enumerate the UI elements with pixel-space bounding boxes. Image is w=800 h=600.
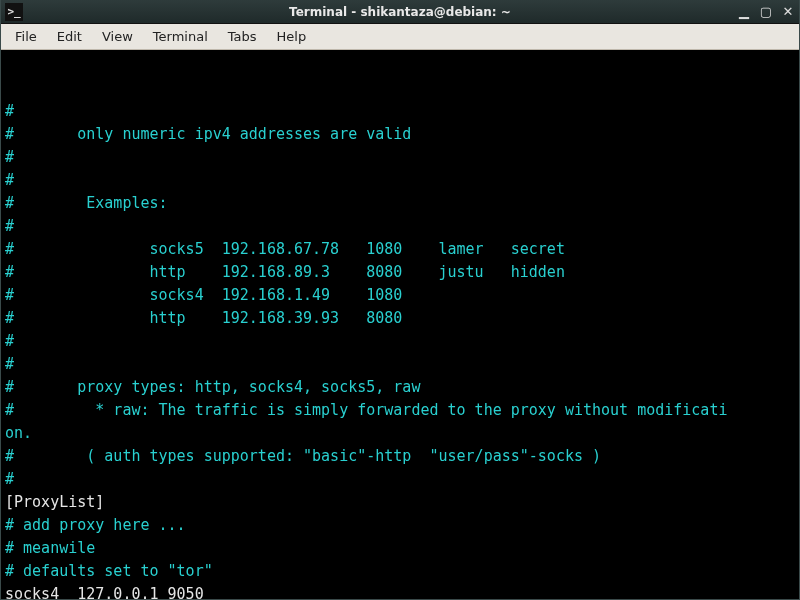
terminal-line: # http 192.168.89.3 8080 justu hidden	[5, 261, 795, 284]
terminal-line: #	[5, 146, 795, 169]
menu-edit[interactable]: Edit	[47, 26, 92, 47]
terminal-line: #	[5, 100, 795, 123]
menu-help[interactable]: Help	[267, 26, 317, 47]
terminal-line: # socks4 192.168.1.49 1080	[5, 284, 795, 307]
terminal-line: # add proxy here ...	[5, 514, 795, 537]
close-icon: ✕	[783, 4, 794, 19]
terminal-line: #	[5, 215, 795, 238]
terminal-line: socks4 127.0.0.1 9050	[5, 583, 795, 599]
terminal-line: # meanwile	[5, 537, 795, 560]
menu-view[interactable]: View	[92, 26, 143, 47]
terminal-line: [ProxyList]	[5, 491, 795, 514]
minimize-button[interactable]: ▁	[733, 2, 755, 22]
terminal-line: # http 192.168.39.93 8080	[5, 307, 795, 330]
terminal-line: # socks5 192.168.67.78 1080 lamer secret	[5, 238, 795, 261]
terminal-line: # * raw: The traffic is simply forwarded…	[5, 399, 795, 422]
window-title: Terminal - shikantaza@debian: ~	[1, 5, 799, 19]
terminal-line: # only numeric ipv4 addresses are valid	[5, 123, 795, 146]
menu-tabs[interactable]: Tabs	[218, 26, 267, 47]
terminal-app-icon: >_	[5, 3, 23, 21]
terminal-line: on.	[5, 422, 795, 445]
maximize-button[interactable]: ▢	[755, 2, 777, 22]
terminal-line: # Examples:	[5, 192, 795, 215]
menubar: File Edit View Terminal Tabs Help	[1, 24, 799, 50]
terminal-line: # proxy types: http, socks4, socks5, raw	[5, 376, 795, 399]
terminal-window: >_ Terminal - shikantaza@debian: ~ ▁ ▢ ✕…	[0, 0, 800, 600]
maximize-icon: ▢	[760, 4, 772, 19]
terminal-line: # ( auth types supported: "basic"-http "…	[5, 445, 795, 468]
terminal-line: #	[5, 353, 795, 376]
minimize-icon: ▁	[739, 4, 749, 19]
menu-terminal[interactable]: Terminal	[143, 26, 218, 47]
terminal-line: #	[5, 330, 795, 353]
terminal-line: #	[5, 468, 795, 491]
terminal-line: # defaults set to "tor"	[5, 560, 795, 583]
terminal-viewport[interactable]: ## only numeric ipv4 addresses are valid…	[1, 50, 799, 599]
terminal-content: ## only numeric ipv4 addresses are valid…	[5, 100, 795, 599]
titlebar[interactable]: >_ Terminal - shikantaza@debian: ~ ▁ ▢ ✕	[1, 0, 799, 24]
close-button[interactable]: ✕	[777, 2, 799, 22]
window-controls: ▁ ▢ ✕	[733, 2, 799, 22]
terminal-line: #	[5, 169, 795, 192]
menu-file[interactable]: File	[5, 26, 47, 47]
